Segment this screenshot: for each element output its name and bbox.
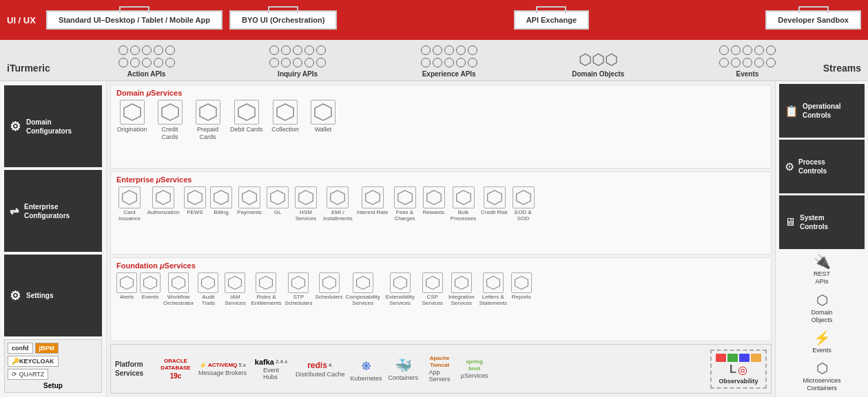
action-api-icon-1: [118, 45, 128, 55]
service-item-credit-risk[interactable]: Credit Risk: [481, 186, 508, 215]
svg-marker-11: [271, 190, 285, 204]
svg-marker-22: [172, 277, 185, 290]
kafka-sublabel: EventHubs: [263, 367, 279, 380]
operational-controls-btn[interactable]: 📋 OperationalControls: [779, 84, 865, 138]
domain-objects-item[interactable]: ⬡ DomainObjects: [779, 290, 865, 326]
service-item-fews[interactable]: FEWS: [184, 186, 206, 215]
containers-item: 🐳 Containers: [388, 357, 419, 381]
operational-controls-label: OperationalControls: [803, 102, 841, 120]
svg-marker-23: [202, 277, 215, 290]
service-item-bulk-processes[interactable]: BulkProcesses: [451, 186, 477, 222]
containers-icon: 🐳: [395, 357, 412, 374]
action-api-icon-4: [154, 45, 163, 55]
action-api-icon-3: [142, 45, 152, 55]
service-item-integration[interactable]: IntegrationServices: [448, 272, 475, 306]
svg-marker-12: [299, 190, 313, 204]
inquiry-apis-label: Inquiry APIs: [278, 70, 318, 78]
svg-marker-16: [426, 190, 441, 204]
observability-label: Observability: [719, 378, 758, 385]
service-item-origination[interactable]: Origination: [116, 100, 147, 133]
service-item-reports[interactable]: Reports: [511, 272, 532, 300]
action-apis-label: Action APIs: [127, 70, 166, 78]
svg-marker-27: [322, 277, 335, 290]
service-item-rewards[interactable]: Rewards: [422, 186, 446, 215]
svg-marker-4: [277, 104, 293, 120]
byo-ui-tab[interactable]: BYO UI (Orchestration): [229, 10, 337, 30]
keycloak-btn[interactable]: 🔑KEYCLOAK: [8, 356, 59, 367]
appservers-item: ApacheTomcat AppServers: [424, 355, 455, 383]
svg-marker-14: [365, 190, 380, 204]
enterprise-configurators-icon: ⇌: [10, 204, 19, 217]
svg-marker-2: [200, 104, 216, 120]
domain-objects-label: Domain Objects: [572, 70, 624, 78]
service-item-roles[interactable]: Roles &Entitlements: [250, 272, 282, 306]
service-item-fees-charges[interactable]: Fees &Charges: [393, 186, 417, 222]
svg-marker-25: [260, 277, 273, 290]
service-item-emi[interactable]: EMI /Installments: [323, 186, 353, 222]
settings-label: Settings: [26, 292, 53, 299]
action-apis-icons: [118, 45, 175, 55]
kubernetes-icon: ⎈: [362, 356, 371, 374]
service-item-alerts[interactable]: Alerts: [116, 272, 137, 300]
domain-configurators-btn[interactable]: ⚙ DomainConfigurators: [4, 85, 102, 167]
domain-objects-col: ⬡⬡⬡ Domain Objects: [572, 52, 624, 78]
svg-marker-28: [356, 277, 369, 290]
events-right-item[interactable]: ⚡ Events: [779, 328, 865, 356]
service-item-prepaid-cards[interactable]: Prepaid Cards: [192, 100, 223, 141]
microservices-containers-item[interactable]: ⬡ MicroservicesContainers: [779, 358, 865, 394]
svg-marker-29: [393, 277, 406, 290]
events-label: Events: [736, 70, 759, 78]
experience-apis-col: Experience APIs: [421, 45, 477, 78]
confd-btn[interactable]: confd: [8, 343, 33, 354]
setup-section: confd jBPM 🔑KEYCLOAK ⟳ QUARTZ Setup: [4, 339, 102, 393]
service-item-billing[interactable]: Billing: [210, 186, 232, 215]
platform-services-label: PlatformServices: [115, 360, 153, 378]
svg-marker-15: [397, 190, 412, 204]
enterprise-services-title: Enterprise μServices: [116, 175, 765, 184]
service-item-letters[interactable]: Letters &Statements: [478, 272, 508, 306]
service-item-payments[interactable]: Payments: [236, 186, 262, 215]
rest-apis-label: RESTAPIs: [814, 270, 830, 286]
top-bar: UI / UX Standard UI–Desktop / Tablet / M…: [0, 0, 868, 40]
service-item-authorization[interactable]: Authorization: [147, 186, 180, 215]
svg-marker-20: [121, 277, 134, 290]
service-item-iam[interactable]: IAMServices: [223, 272, 247, 306]
service-item-stp[interactable]: STPSchedulers: [285, 272, 312, 306]
service-item-extensibility[interactable]: ExtensibilityServices: [383, 272, 417, 306]
service-item-composability[interactable]: ComposabilityServices: [346, 272, 380, 306]
service-item-events[interactable]: Events: [140, 272, 161, 300]
rest-apis-item[interactable]: 🔌 RESTAPIs: [779, 251, 865, 288]
byo-ui-label: BYO UI (Orchestration): [242, 16, 324, 24]
service-item-collection[interactable]: Collection: [270, 100, 301, 133]
service-item-hsm[interactable]: HSMServices: [293, 186, 319, 222]
process-controls-btn[interactable]: ⚙ ProcessControls: [779, 140, 865, 193]
service-item-credit-cards[interactable]: Credit Cards: [154, 100, 185, 141]
settings-icon: ⚙: [10, 288, 21, 303]
service-item-debit-cards[interactable]: Debit Cards: [230, 100, 263, 133]
service-item-schedulers[interactable]: Schedulers: [316, 272, 343, 300]
enterprise-configurators-btn[interactable]: ⇌ EnterpriseConfigurators: [4, 170, 102, 252]
rest-apis-icon: 🔌: [814, 253, 831, 270]
svg-marker-9: [214, 190, 229, 204]
credit-cards-label: Credit Cards: [161, 126, 178, 141]
standard-ui-tab[interactable]: Standard UI–Desktop / Tablet / Mobile Ap…: [46, 10, 223, 30]
service-item-workflow[interactable]: WorkflowOrchestrator: [163, 272, 194, 306]
jbpm-btn[interactable]: jBPM: [35, 343, 59, 354]
settings-btn[interactable]: ⚙ Settings: [4, 255, 102, 336]
api-exchange-tab[interactable]: API Exchange: [514, 10, 589, 30]
developer-sandbox-label: Developer Sandbox: [778, 16, 849, 24]
svg-marker-30: [426, 277, 439, 290]
svg-marker-33: [515, 277, 528, 290]
service-item-csp[interactable]: CSPServices: [420, 272, 445, 306]
service-item-audit-trails[interactable]: AuditTrails: [196, 272, 220, 306]
service-item-wallet[interactable]: Wallet: [308, 100, 339, 133]
developer-sandbox-tab[interactable]: Developer Sandbox: [765, 10, 861, 30]
service-item-card-issuance[interactable]: CardIssuance: [116, 186, 143, 222]
quartz-btn[interactable]: ⟳ QUARTZ: [8, 369, 48, 380]
service-item-interest-rate[interactable]: Interest Rate: [357, 186, 389, 215]
svg-marker-1: [162, 104, 178, 120]
service-item-eod-sod[interactable]: EOD &SOD: [513, 186, 535, 222]
domain-configurators-icon: ⚙: [10, 119, 21, 134]
service-item-gl[interactable]: GL: [267, 186, 289, 215]
system-controls-btn[interactable]: 🖥 SystemControls: [779, 195, 865, 249]
